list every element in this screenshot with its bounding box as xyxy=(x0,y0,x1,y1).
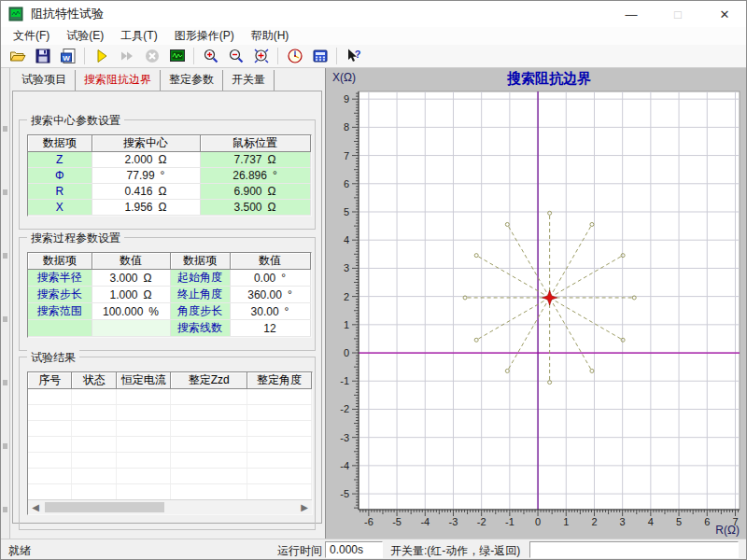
svg-text:0: 0 xyxy=(535,516,541,527)
app-icon xyxy=(8,7,23,21)
unit: ° xyxy=(285,305,289,318)
maximize-button[interactable]: □ xyxy=(666,4,690,24)
value-cell[interactable]: 100.000% xyxy=(92,303,170,320)
toolbar-zoom-reset-button[interactable] xyxy=(248,46,274,66)
unit: Ω xyxy=(144,288,152,301)
col-header: 数据项 xyxy=(170,253,230,270)
toolbar-export-word-button[interactable]: W xyxy=(55,46,80,66)
item-label: R xyxy=(28,184,92,200)
center-value-cell[interactable]: 77.99° xyxy=(92,168,200,184)
value-cell[interactable]: 360.00° xyxy=(230,287,310,303)
minimize-button[interactable]: — xyxy=(619,4,643,24)
docked-panel-strip[interactable] xyxy=(1,68,10,539)
scroll-left-arrow[interactable]: ◀ xyxy=(28,500,43,514)
tab-switch-quantity[interactable]: 开关量 xyxy=(223,70,275,91)
parameter-panel: 试验项目 搜索阻抗边界 整定参数 开关量 搜索中心参数设置 数据项 搜索中心 xyxy=(10,68,325,539)
toolbar-zoom-out-button[interactable] xyxy=(223,46,248,66)
value-cell[interactable]: 1.000Ω xyxy=(92,287,170,303)
toolbar-separator xyxy=(336,48,337,64)
center-value-cell[interactable]: 2.000Ω xyxy=(92,152,200,168)
unit: Ω xyxy=(268,201,276,214)
save-floppy-icon xyxy=(35,48,51,64)
value: 2.000 xyxy=(124,153,152,166)
toolbar-zoom-in-button[interactable] xyxy=(198,46,223,66)
scroll-right-arrow[interactable]: ▶ xyxy=(297,500,312,514)
zoom-out-icon xyxy=(228,48,245,64)
svg-text:4: 4 xyxy=(344,234,349,245)
menu-file[interactable]: 文件(F) xyxy=(5,26,58,46)
svg-text:8: 8 xyxy=(344,121,349,133)
unit: Ω xyxy=(159,153,167,166)
svg-text:-2: -2 xyxy=(340,403,349,414)
tab-bar: 试验项目 搜索阻抗边界 整定参数 开关量 xyxy=(13,72,275,91)
svg-text:2: 2 xyxy=(344,291,349,302)
toolbar-calculator-button[interactable] xyxy=(307,46,332,66)
svg-text:-4: -4 xyxy=(420,516,430,527)
toolbar-phasor-button[interactable] xyxy=(282,46,307,66)
table-row: 搜索线数 12 xyxy=(28,320,310,337)
blank-cell xyxy=(92,320,170,337)
value: 6.900 xyxy=(233,185,261,198)
impedance-plot[interactable]: -5-4-3-2-10123456789-6-5-4-3-2-101234567 xyxy=(326,68,747,539)
value-cell[interactable]: 3.000Ω xyxy=(92,270,170,287)
col-header: 数值 xyxy=(92,253,170,270)
word-document-icon: W xyxy=(60,48,77,64)
col-header: 数据项 xyxy=(28,135,92,152)
menu-test[interactable]: 试验(E) xyxy=(58,26,112,46)
mouse-pos-cell: 3.500Ω xyxy=(200,200,310,216)
menu-graph-ops[interactable]: 图形操作(P) xyxy=(166,26,243,46)
chart-panel: -5-4-3-2-10123456789-6-5-4-3-2-101234567… xyxy=(325,68,747,539)
unit: ° xyxy=(281,272,286,285)
toolbar-fast-forward-button[interactable] xyxy=(114,46,139,66)
menu-help[interactable]: 帮助(H) xyxy=(243,26,298,46)
switch-indicator-box xyxy=(529,541,739,558)
center-value-cell[interactable]: 0.416Ω xyxy=(92,184,200,200)
close-button[interactable]: ✕ xyxy=(712,4,737,24)
svg-text:W: W xyxy=(63,54,70,63)
svg-text:?: ? xyxy=(354,49,360,60)
center-value-cell[interactable]: 1.956Ω xyxy=(92,200,200,216)
horizontal-scrollbar[interactable]: ◀ ▶ xyxy=(28,499,312,514)
item-label: 起始角度 xyxy=(170,270,230,287)
window-title: 阻抗特性试验 xyxy=(31,6,104,22)
empty-row xyxy=(28,469,312,484)
fast-forward-icon xyxy=(119,48,135,64)
runtime-label: 运行时间 xyxy=(277,543,322,559)
group-search-center: 搜索中心参数设置 数据项 搜索中心 鼠标位置 Z xyxy=(19,119,316,230)
table-row: X 1.956Ω 3.500Ω xyxy=(28,200,310,216)
toolbar-open-button[interactable] xyxy=(5,46,30,66)
toolbar-separator xyxy=(84,48,85,64)
toolbar-save-button[interactable] xyxy=(30,46,55,66)
main-area: 试验项目 搜索阻抗边界 整定参数 开关量 搜索中心参数设置 数据项 搜索中心 xyxy=(1,68,747,539)
toolbar-start-button[interactable] xyxy=(89,46,114,66)
col-header: 鼠标位置 xyxy=(200,135,310,152)
item-label: 搜索半径 xyxy=(28,270,92,287)
value: 26.896 xyxy=(233,169,267,182)
unit: ° xyxy=(288,288,292,301)
calculator-icon xyxy=(312,48,329,64)
value: 77.99 xyxy=(127,169,155,182)
value: 3.000 xyxy=(109,272,137,285)
toolbar-context-help-button[interactable]: ? xyxy=(341,46,366,66)
zoom-reset-icon xyxy=(253,48,270,64)
unit: ° xyxy=(273,169,277,182)
group-title: 试验结果 xyxy=(27,350,79,366)
open-folder-icon xyxy=(9,48,26,64)
toolbar-waveform-button[interactable] xyxy=(164,46,190,66)
svg-text:6: 6 xyxy=(344,178,349,189)
toolbar-stop-button[interactable] xyxy=(139,46,164,66)
value-cell[interactable]: 0.00° xyxy=(230,270,310,287)
menu-tools[interactable]: 工具(T) xyxy=(112,26,165,46)
svg-text:7: 7 xyxy=(344,150,349,161)
svg-text:3: 3 xyxy=(620,516,626,527)
scrollbar-thumb[interactable] xyxy=(45,502,164,512)
value: 7.737 xyxy=(233,153,261,166)
tab-setting-params[interactable]: 整定参数 xyxy=(161,70,223,91)
empty-row xyxy=(28,421,312,437)
tab-search-impedance-boundary[interactable]: 搜索阻抗边界 xyxy=(76,70,161,91)
value-cell[interactable]: 30.00° xyxy=(230,303,310,320)
tab-test-items[interactable]: 试验项目 xyxy=(13,70,76,91)
search-process-table: 数据项 数值 数据项 数值 搜索半径 3.000Ω 起始角度 0. xyxy=(27,252,312,338)
tab-page: 搜索中心参数设置 数据项 搜索中心 鼠标位置 Z xyxy=(12,91,322,524)
item-label: Φ xyxy=(28,168,92,184)
